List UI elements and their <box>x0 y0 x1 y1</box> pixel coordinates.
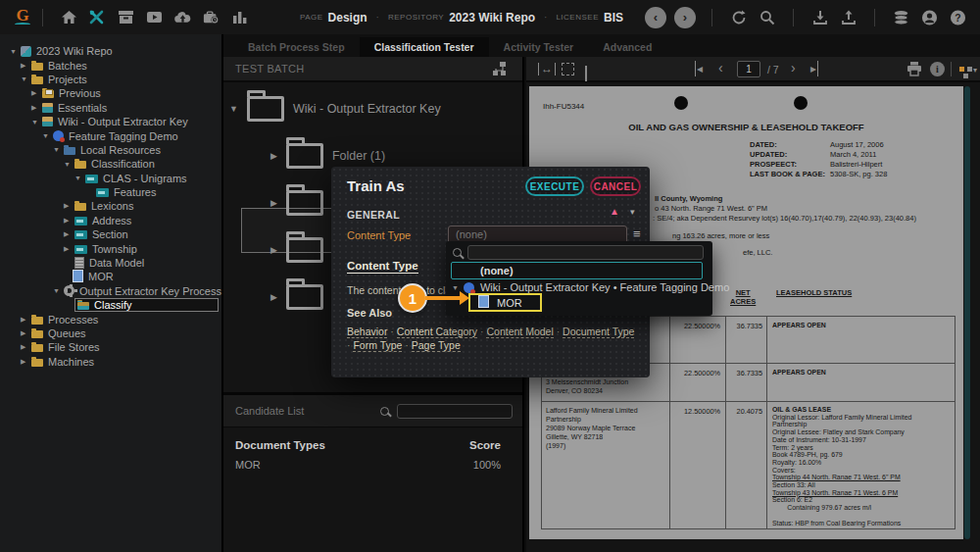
sidebar-item-local-resources[interactable]: ▼Local Resources <box>0 143 221 157</box>
help-icon[interactable]: ? <box>950 10 966 25</box>
tab-activity-tester[interactable]: Activity Tester <box>489 37 589 57</box>
expander-down-icon[interactable]: ▼ <box>74 175 85 181</box>
dropdown-search-input[interactable] <box>467 245 704 260</box>
sidebar-item-classify[interactable]: Classify <box>0 298 221 312</box>
expander-down-icon[interactable]: ▼ <box>10 48 21 55</box>
database-icon[interactable] <box>893 10 909 25</box>
expander-right-icon[interactable]: ▶ <box>21 329 31 337</box>
sidebar-item-machines[interactable]: ▶Machines <box>0 355 221 369</box>
tab-advanced[interactable]: Advanced <box>588 37 666 57</box>
see-also-link-content-category[interactable]: Content Category <box>397 326 477 338</box>
see-also-link-content-model[interactable]: Content Model <box>486 326 553 338</box>
tools-icon[interactable] <box>89 10 106 25</box>
sidebar-item-processes[interactable]: ▶Processes <box>0 312 221 326</box>
dropdown-option-mor[interactable]: MOR <box>468 293 542 312</box>
user-icon[interactable] <box>921 10 938 25</box>
dropdown-tree-row[interactable]: ▼ Wiki - Output Extractor Key • Feature … <box>452 281 729 293</box>
batch-root-row[interactable]: ▼ Wiki - Output Extractor Key <box>229 96 441 122</box>
sidebar-item-projects[interactable]: ▼Projects <box>0 73 221 86</box>
sidebar-item-lexicons[interactable]: ▶Lexicons <box>0 199 221 213</box>
expander-right-icon[interactable]: ▶ <box>270 292 277 302</box>
expander-down-icon[interactable]: ▼ <box>31 119 42 125</box>
sidebar-item-classification[interactable]: ▼Classification <box>0 157 221 171</box>
expander-right-icon[interactable]: ▶ <box>64 202 74 210</box>
expander-right-icon[interactable]: ▶ <box>270 198 277 208</box>
see-also-link-behavior[interactable]: Behavior <box>347 326 387 338</box>
briefcase-clock-icon[interactable] <box>203 10 220 25</box>
batch-folder-row-selected[interactable]: ▶ F <box>270 237 340 263</box>
search-icon[interactable] <box>759 10 775 25</box>
execute-button[interactable]: EXECUTE <box>525 176 584 196</box>
cloud-upload-icon[interactable] <box>174 10 191 25</box>
bar-chart-icon[interactable] <box>231 10 248 25</box>
hierarchy-icon[interactable] <box>492 62 507 75</box>
last-page-icon[interactable]: ▸ <box>810 61 818 76</box>
sidebar-item-wiki-output-extractor-key[interactable]: ▼Wiki - Output Extractor Key <box>0 115 221 128</box>
expander-down-icon[interactable]: ▼ <box>452 284 459 291</box>
collapse-chevron-icon[interactable]: ▾ <box>630 207 635 217</box>
previous-page-icon[interactable]: ‹ <box>718 60 723 75</box>
sidebar-item-feature-tagging-demo[interactable]: ▼Feature Tagging Demo <box>0 128 221 142</box>
tab-batch-process-step[interactable]: Batch Process Step <box>233 37 360 57</box>
sidebar-item-clas-unigrams[interactable]: ▼CLAS - Unigrams <box>0 172 221 185</box>
upload-icon[interactable] <box>840 10 857 25</box>
sidebar-item-township[interactable]: ▶Township <box>0 241 221 255</box>
expander-right-icon[interactable]: ▶ <box>31 89 42 97</box>
archive-box-icon[interactable] <box>118 10 134 25</box>
sidebar-item-mor[interactable]: MOR <box>0 270 221 283</box>
expander-down-icon[interactable]: ▼ <box>21 75 31 82</box>
home-icon[interactable] <box>61 10 77 25</box>
forward-icon[interactable]: › <box>674 7 696 28</box>
info-icon[interactable]: i <box>930 62 945 76</box>
sidebar-item-section[interactable]: ▶Section <box>0 227 221 241</box>
batch-folder-row[interactable]: ▶ F <box>270 190 340 216</box>
expander-down-icon[interactable]: ▼ <box>229 104 238 114</box>
sidebar-item-file-stores[interactable]: ▶File Stores <box>0 340 221 354</box>
sidebar-item-essentials[interactable]: ▶Essentials <box>0 101 221 115</box>
sidebar-item-output-extractor-key-process[interactable]: ▼Output Extractor Key Process <box>0 284 221 298</box>
page-number-input[interactable]: 1 <box>737 61 760 77</box>
expander-right-icon[interactable]: ▶ <box>270 245 277 255</box>
sidebar-item-queues[interactable]: ▶Queues <box>0 326 221 340</box>
see-also-link-page-type[interactable]: Page Type <box>412 339 461 352</box>
expander-right-icon[interactable]: ▶ <box>21 343 31 351</box>
sidebar-item-previous[interactable]: ▶Previous <box>0 86 221 100</box>
page-value[interactable]: Design <box>328 11 368 25</box>
expander-right-icon[interactable]: ▶ <box>21 358 31 366</box>
candidate-search-input[interactable] <box>397 404 513 419</box>
expander-right-icon[interactable]: ▶ <box>31 104 42 112</box>
sidebar-selection[interactable]: Classify <box>74 298 219 312</box>
next-page-icon[interactable]: › <box>791 60 796 75</box>
sidebar-item-address[interactable]: ▶Address <box>0 214 221 227</box>
sidebar-item-data-model[interactable]: Data Model <box>0 256 221 270</box>
sidebar-item-2023-wiki-repo[interactable]: ▼2023 Wiki Repo <box>0 44 221 58</box>
pages-icon[interactable] <box>585 66 587 81</box>
expander-down-icon[interactable]: ▼ <box>53 146 64 153</box>
tab-classification-tester[interactable]: Classification Tester <box>360 37 489 57</box>
repository-value[interactable]: 2023 Wiki Repo <box>449 11 535 25</box>
expander-down-icon[interactable]: ▼ <box>64 161 74 168</box>
back-icon[interactable]: ‹ <box>645 7 666 28</box>
menu-icon[interactable]: ≡ <box>633 226 641 241</box>
see-also-link-form-type[interactable]: Form Type <box>353 339 402 352</box>
cancel-button[interactable]: CANCEL <box>590 176 641 196</box>
expander-right-icon[interactable]: ▶ <box>21 62 31 70</box>
sidebar-item-batches[interactable]: ▶Batches <box>0 58 221 72</box>
dropdown-option-none[interactable]: (none) <box>451 262 703 279</box>
video-box-icon[interactable] <box>146 10 163 25</box>
expander-right-icon[interactable]: ▶ <box>64 245 74 253</box>
expander-right-icon[interactable]: ▶ <box>64 217 74 225</box>
fit-width-icon[interactable]: ↔ <box>538 63 556 75</box>
refresh-icon[interactable] <box>730 10 747 25</box>
sidebar-item-features[interactable]: Features <box>0 185 221 199</box>
expander-down-icon[interactable]: ▼ <box>42 132 53 139</box>
expander-down-icon[interactable]: ▼ <box>53 287 64 294</box>
document-scrollbar[interactable] <box>964 86 970 539</box>
batch-folder-row[interactable]: ▶ F <box>270 284 340 310</box>
grooper-logo-icon[interactable]: G <box>15 9 30 25</box>
see-also-link-document-type[interactable]: Document Type <box>563 326 634 338</box>
chevron-down-icon[interactable]: ▾ <box>973 63 977 78</box>
candidate-row[interactable]: MOR 100% <box>235 459 501 471</box>
expander-right-icon[interactable]: ▶ <box>64 230 74 238</box>
download-icon[interactable] <box>811 10 828 25</box>
